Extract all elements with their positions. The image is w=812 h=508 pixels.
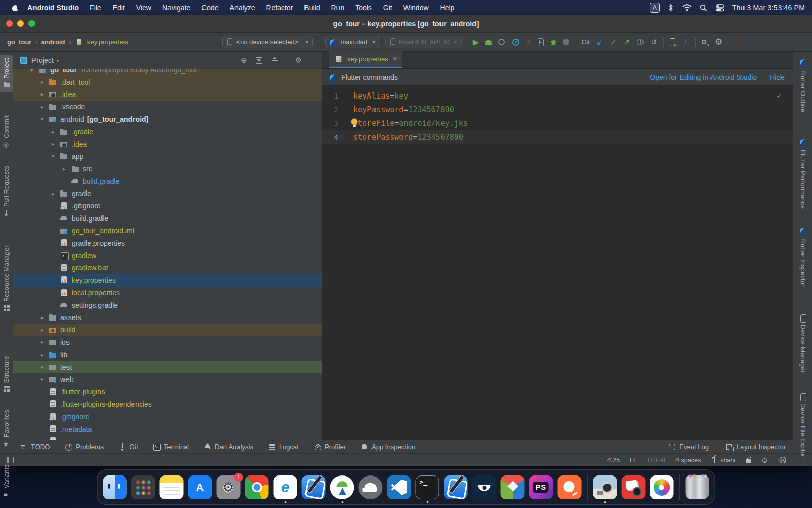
caret-position[interactable]: 4:25: [607, 457, 620, 464]
tree-chevron-icon[interactable]: [52, 153, 60, 160]
dock-app[interactable]: [160, 475, 184, 499]
tree-chevron-icon[interactable]: [41, 352, 49, 358]
tree-row[interactable]: lib: [13, 348, 322, 361]
tree-row[interactable]: web: [13, 373, 322, 386]
dock-app[interactable]: [501, 475, 525, 499]
dock-app[interactable]: [622, 475, 646, 499]
indent-setting[interactable]: 4 spaces: [675, 457, 701, 464]
tree-row[interactable]: .metadata: [13, 423, 322, 435]
menu-item[interactable]: File: [90, 4, 101, 12]
code-line[interactable]: 4 storePassword = 1234567890: [322, 130, 793, 144]
tree-row[interactable]: .gitignore: [13, 410, 322, 423]
dock-app[interactable]: [558, 475, 582, 499]
tree-row[interactable]: build.gradle: [13, 212, 322, 225]
tool-stripe-tab[interactable]: Variants: [0, 461, 13, 501]
project-view-selector[interactable]: Project: [31, 56, 54, 65]
tool-stripe-tab[interactable]: Flutter Inspector: [793, 225, 812, 290]
tree-row[interactable]: gradlew: [13, 249, 322, 262]
tree-chevron-icon[interactable]: [52, 190, 60, 197]
menu-item[interactable]: Tools: [355, 4, 372, 12]
profiler-button[interactable]: [512, 39, 519, 46]
menu-item[interactable]: Navigate: [162, 4, 190, 12]
dock-app[interactable]: [416, 475, 439, 499]
tree-chevron-icon[interactable]: [41, 314, 49, 321]
dock-app[interactable]: [587, 474, 588, 500]
tree-row[interactable]: .flutter-plugins: [13, 386, 322, 398]
expand-all-button[interactable]: [255, 57, 263, 65]
dock-app[interactable]: [103, 475, 127, 499]
tree-row[interactable]: gradle.properties: [13, 237, 322, 249]
dock-app[interactable]: e: [274, 475, 297, 499]
tree-row[interactable]: app: [13, 150, 322, 163]
toolwindow-button[interactable]: Logcat: [268, 443, 299, 451]
tree-chevron-icon[interactable]: [41, 376, 49, 383]
tool-stripe-tab[interactable]: Pull Requests: [0, 163, 13, 220]
menu-item[interactable]: Git: [383, 4, 392, 12]
tree-row[interactable]: .idea: [13, 88, 322, 101]
line-ending[interactable]: LF: [630, 457, 637, 464]
tree-row[interactable]: android [go_tour_android]: [13, 113, 322, 125]
dock-app[interactable]: [686, 475, 709, 499]
wifi-icon[interactable]: [682, 4, 692, 11]
toolwindow-button[interactable]: App Inspection: [361, 443, 415, 451]
sad-face-icon[interactable]: ☹: [779, 456, 787, 464]
tool-stripe-tab[interactable]: Favorites: [0, 407, 13, 451]
git-branch-widget[interactable]: shahi: [711, 457, 735, 464]
tree-chevron[interactable]: [30, 69, 39, 73]
device-selector-dropdown[interactable]: <no device selected> ▾: [222, 36, 313, 48]
tree-row[interactable]: key.properties: [13, 274, 322, 287]
dock-app[interactable]: [330, 475, 354, 499]
tool-stripe-tab[interactable]: Device Manager: [793, 311, 812, 376]
tree-chevron-icon[interactable]: [41, 116, 49, 122]
debug-button[interactable]: [486, 39, 491, 45]
menu-item[interactable]: Help: [440, 4, 455, 12]
menu-item[interactable]: Run: [331, 4, 344, 12]
toolwindow-button[interactable]: Terminal: [153, 443, 189, 451]
tree-chevron-icon[interactable]: [63, 166, 71, 172]
tool-stripe-tab[interactable]: Device File Explor: [793, 390, 812, 460]
tool-stripe-tab[interactable]: Project: [0, 55, 13, 92]
toolwindow-button[interactable]: Profiler: [314, 443, 346, 451]
run-button[interactable]: ▶: [473, 38, 479, 46]
user-avatar[interactable]: [732, 37, 742, 47]
file-encoding[interactable]: UTF-8: [648, 457, 665, 464]
menu-item[interactable]: Code: [201, 4, 218, 12]
code-editor[interactable]: ✓ 1 keyAlias = key 2 keyPassword = 12345…: [322, 86, 793, 440]
git-history-button[interactable]: [637, 39, 644, 45]
code-line[interactable]: 2 keyPassword = 1234567890: [322, 103, 793, 116]
tree-chevron-icon[interactable]: [41, 327, 49, 333]
tool-stripe-tab[interactable]: Resource Manager: [0, 242, 13, 315]
intention-bulb-icon[interactable]: [351, 119, 357, 125]
dock-app[interactable]: A: [188, 475, 212, 499]
open-in-android-studio-link[interactable]: Open for Editing in Android Studio: [650, 73, 757, 81]
lock-icon[interactable]: [746, 459, 751, 463]
happy-face-icon[interactable]: ☺: [761, 456, 768, 464]
dock-app[interactable]: [131, 475, 155, 499]
dock-app[interactable]: [245, 475, 269, 499]
tree-row[interactable]: assets: [13, 311, 322, 324]
tree-row[interactable]: go_tour_android.iml: [13, 225, 322, 237]
hide-panel-button[interactable]: —: [310, 57, 317, 65]
git-push-button[interactable]: ↗: [624, 38, 630, 46]
apply-changes-button[interactable]: ⚡: [526, 39, 531, 45]
breadcrumb-module[interactable]: android: [41, 38, 65, 46]
dock-app[interactable]: [529, 475, 553, 499]
breadcrumb-file[interactable]: key.properties: [75, 38, 128, 46]
attach-debugger-button[interactable]: [551, 39, 556, 44]
toolwindow-button[interactable]: TODO: [20, 443, 50, 451]
dock-app[interactable]: [680, 474, 680, 500]
tool-stripe-tab[interactable]: Commit: [0, 112, 13, 151]
menu-item[interactable]: Edit: [113, 4, 125, 12]
collapse-all-button[interactable]: [271, 57, 279, 65]
hide-banner-link[interactable]: Hide: [770, 73, 785, 81]
editor-tab-key-properties[interactable]: key.properties ✕: [329, 51, 402, 68]
dock-app[interactable]: [472, 475, 496, 499]
toolwindow-button[interactable]: Layout Inspector: [726, 443, 786, 451]
target-device-dropdown[interactable]: Pixel 4 XL API 30 ▾: [385, 36, 462, 48]
tree-row[interactable]: .flutter-plugins-dependencies: [13, 398, 322, 410]
dock-app[interactable]: [387, 475, 411, 499]
git-rollback-button[interactable]: ↺: [651, 38, 657, 46]
git-commit-button[interactable]: ✓: [610, 38, 617, 46]
tree-chevron-icon[interactable]: [41, 79, 49, 85]
dock-app[interactable]: [650, 475, 674, 499]
